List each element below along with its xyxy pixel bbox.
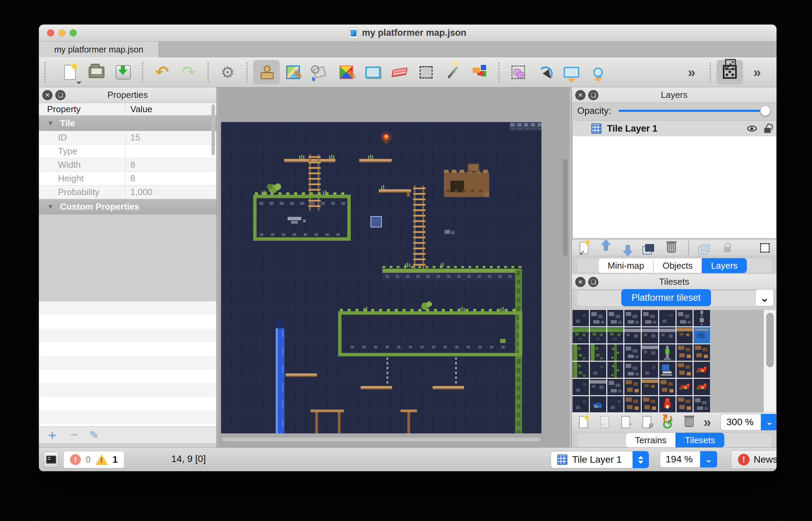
tileset-tile[interactable] [572,344,589,361]
tileset-tile[interactable] [572,379,589,395]
tileset-zoom-combo[interactable]: 300 % ⌄ [721,414,777,430]
tileset-tile[interactable] [624,362,641,378]
canvas-horizontal-scrollbar[interactable] [222,437,541,442]
tileset-zoom-dropdown[interactable]: ⌄ [761,414,777,430]
tileset-tile[interactable] [659,310,676,326]
layer-lock-icon[interactable] [764,128,771,133]
edit-tileset-button[interactable] [640,415,654,429]
tileset-tile[interactable] [694,379,710,395]
map-view[interactable] [218,87,570,447]
property-row[interactable]: Type [39,145,216,158]
tileset-scrollbar[interactable] [764,310,776,412]
tileset-tile[interactable] [624,327,641,344]
property-value[interactable] [125,145,216,158]
tileset-tile[interactable] [590,327,606,344]
tab-terrains[interactable]: Terrains [626,433,676,448]
tileset-tile[interactable] [624,344,641,361]
remove-tileset-button[interactable] [682,415,696,429]
console-button[interactable] [44,452,59,467]
tab-objects[interactable]: Objects [653,258,702,273]
tool-bucket-fill[interactable] [306,60,333,85]
tileset-tile[interactable] [642,327,658,344]
tileset-tile[interactable] [572,362,589,378]
tileset-tile[interactable] [659,344,676,361]
export-tileset-button[interactable] [619,415,633,429]
tileset-tile[interactable] [607,379,624,395]
tool-undo[interactable]: ↶ [149,60,175,85]
opacity-slider[interactable] [619,110,769,112]
remove-layer-button[interactable] [665,241,678,255]
layer-visibility-icon[interactable] [747,125,757,132]
tool-redo[interactable]: ↷ [175,60,202,85]
duplicate-layer-button[interactable] [643,241,656,255]
highlight-layer-button[interactable] [758,241,772,255]
property-row[interactable]: Width8 [39,158,216,172]
add-property-button[interactable]: ＋ [46,426,59,444]
property-row[interactable]: ID15 [39,131,216,145]
tileset-tile[interactable] [694,310,710,326]
tileset-tile[interactable] [572,327,589,344]
collapse-icon[interactable]: ▼ [47,203,54,211]
new-layer-button[interactable] [577,241,591,255]
float-panel-icon[interactable]: ❏ [55,90,66,100]
opacity-slider-knob[interactable] [760,106,770,116]
tool-rect-shape-tool[interactable] [360,60,386,85]
tileset-tile[interactable] [677,379,693,395]
tileset-menu-button[interactable]: ⌄ [755,289,774,306]
tileset-tile[interactable] [642,344,658,361]
tileset-tile[interactable] [659,327,676,344]
edit-property-button[interactable]: ✎ [89,429,99,442]
tileset-tile[interactable] [677,362,693,378]
close-window-button[interactable] [47,29,54,36]
lower-layer-button[interactable] [621,241,635,255]
tileset-tile[interactable] [624,379,641,395]
tool-tools-overflow[interactable]: » [743,60,770,85]
tileset-tile[interactable] [572,396,589,413]
tileset-tile[interactable] [642,362,658,378]
tool-automap[interactable]: ⚙ [214,60,241,85]
layer-row[interactable]: Tile Layer 1 [573,121,776,136]
tileset-tile[interactable] [607,327,624,344]
tileset-tile[interactable] [590,396,606,413]
tool-edit-polygons[interactable] [532,60,558,85]
tileset-tile[interactable] [624,310,641,326]
tileset-tile[interactable] [694,362,710,378]
tileset-tile[interactable] [694,327,710,344]
tileset-tile[interactable] [677,344,693,361]
reload-tileset-button[interactable] [661,415,675,429]
close-panel-icon[interactable]: ✕ [575,277,585,287]
property-group-tile[interactable]: ▼Tile [39,116,216,131]
current-layer-combo[interactable]: Tile Layer 1 [551,451,649,468]
property-value[interactable]: 8 [125,172,216,185]
tileset-tab[interactable]: Platformer tileset [621,289,711,306]
tileset-tile[interactable] [694,396,710,413]
float-panel-icon[interactable]: ❏ [588,277,598,287]
tileset-zoom-value[interactable]: 300 % [721,414,761,430]
tileset-tile[interactable] [659,379,676,395]
news-button[interactable]: ! News [731,450,777,469]
merge-layer-button[interactable] [699,241,712,255]
tool-insert-rectangle[interactable] [558,60,585,85]
tileset-tile[interactable] [642,379,658,395]
tileset-tile[interactable] [590,310,606,326]
tileset-overflow-icon[interactable]: » [704,415,710,429]
document-tab[interactable]: my platformer map.json [39,42,159,57]
minimize-window-button[interactable] [58,29,66,36]
lock-layer-button[interactable] [721,241,734,255]
tileset-tile[interactable] [607,396,624,413]
property-row[interactable]: Probability1,000 [39,185,216,199]
tool-rect-select[interactable] [413,60,439,85]
remove-property-button[interactable]: − [70,428,78,442]
raise-layer-button[interactable] [599,241,613,255]
tab-tilesets[interactable]: Tilesets [676,433,724,448]
tool-terrain-brush[interactable] [280,60,306,85]
tileset-tile[interactable] [677,327,693,344]
tileset-tile[interactable] [624,396,641,413]
new-tileset-button[interactable] [577,415,590,429]
tileset-tile[interactable] [607,362,624,378]
tileset-tile[interactable] [659,396,676,413]
property-group-custom-properties[interactable]: ▼Custom Properties [39,199,216,214]
properties-scrollbar[interactable] [212,104,215,155]
tileset-tile[interactable] [694,344,710,361]
map-zoom-value[interactable]: 194 % [660,451,700,467]
